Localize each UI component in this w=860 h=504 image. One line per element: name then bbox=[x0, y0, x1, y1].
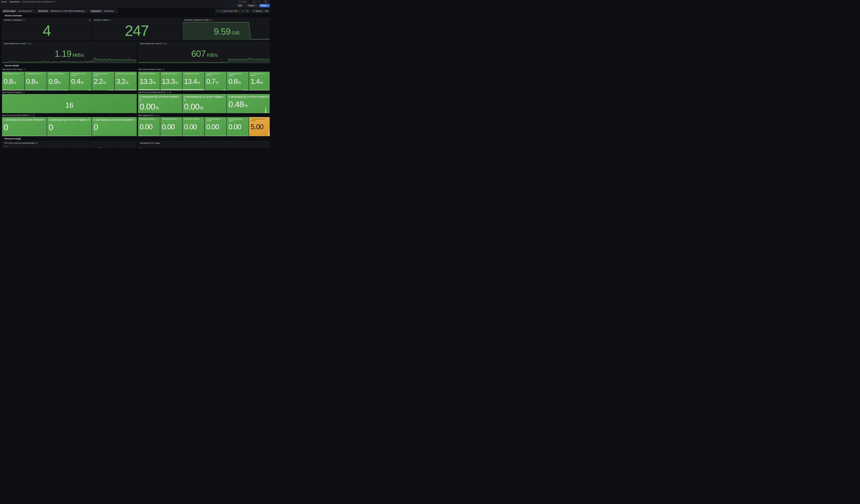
filter-value: 43693ed4-a71c-43fc-93f9-f04a0bd8ca91 bbox=[51, 10, 85, 12]
stat-tile[interactable]: c-siennaaws-bj-14-server-eatohcf-01.4% bbox=[249, 72, 270, 90]
panel-header[interactable]: Total data in MergeTree tables i bbox=[182, 18, 270, 22]
panel-title: Max Server Memory Usage bbox=[139, 68, 161, 70]
section-service-health[interactable]: ⌄ Service Health bbox=[2, 64, 19, 67]
stat-tile[interactable]: c-siennaaws-bj-14-server-t01bvk5-00.7% bbox=[205, 72, 227, 90]
tile-server-name: c-siennaaws-bj-14-server-mjbqbrz-0 bbox=[228, 73, 247, 77]
stat-tile[interactable]: c-siennaaws-bj-14-server-eatohcf-00.48% bbox=[227, 94, 270, 113]
panel-header[interactable]: Max Percent of Failed INSERTs i bbox=[2, 114, 34, 116]
add-new-button[interactable]: + ⌄ bbox=[259, 1, 261, 3]
tile-value: 0.00 bbox=[184, 123, 203, 131]
help-button[interactable]: ? bbox=[264, 1, 267, 3]
service-id-select[interactable]: 43693ed4-a71c-43fc-93f9-f04a0bd8ca91 ⌄ bbox=[49, 9, 88, 13]
time-range-picker[interactable]: ◷ Last 1 hour UTC ⌄ bbox=[219, 9, 241, 13]
panel-title: CPU Cores Used by Queries/Merges bbox=[4, 142, 35, 144]
tile-server-name: c-siennaaws-bj-14-server-mjbqbrz-0 bbox=[228, 118, 247, 122]
stat-tile[interactable]: c-siennaaws-bj-14-server-mjbqbrz-00.8% bbox=[227, 72, 249, 90]
search-input[interactable]: Search... ⌘+k bbox=[238, 0, 257, 3]
tile-sparkline bbox=[227, 106, 270, 113]
breadcrumb-home[interactable]: Home bbox=[1, 1, 6, 3]
time-series-chart[interactable] bbox=[143, 146, 269, 148]
stat-tile[interactable]: c-siennaaws-bj-14-keeper-20.00 bbox=[160, 117, 182, 136]
panel-header[interactable]: Max Server CPU Usage i bbox=[2, 68, 26, 70]
stat-tile[interactable]: c-siennaaws-bj-14-server-t01bvk5-00.00% bbox=[138, 94, 182, 113]
tile-server-name: c-siennaaws-bj-14-keeper-2 bbox=[162, 118, 181, 122]
time-series-chart[interactable] bbox=[12, 146, 135, 148]
share-button[interactable]: Share bbox=[259, 4, 270, 7]
stat-tile[interactable]: c-siennaaws-bj-14-keeper-20.8% bbox=[25, 72, 47, 90]
stat-tile[interactable]: c-siennaaws-bj-14-server-t01bvk5-00.4% bbox=[70, 72, 92, 90]
datasource-select[interactable]: prometheus ⌄ bbox=[102, 9, 118, 13]
filter-label: Service ID bbox=[37, 9, 49, 13]
tile-server-name: c-siennaaws-bj-14-keeper-1 bbox=[184, 73, 203, 77]
stat-value: 247 bbox=[125, 23, 148, 38]
section-service-overview[interactable]: ⌄ Service Overview bbox=[2, 14, 22, 17]
tile-sparkline bbox=[249, 129, 270, 136]
panel-links-icon[interactable] bbox=[36, 142, 38, 144]
stat-tile[interactable]: c-siennaaws-bj-14-keeper-213.3% bbox=[160, 72, 182, 90]
breadcrumb-dashboards[interactable]: Dashboards bbox=[10, 1, 19, 3]
chevron-down-icon: ⌄ bbox=[239, 10, 240, 12]
panel-header[interactable]: Max Percent of Failed SELECTs i bbox=[139, 91, 171, 93]
chevron-down-icon: ⌄ bbox=[33, 10, 34, 12]
tile-value: 0 bbox=[49, 123, 90, 132]
stat-tile[interactable]: c-siennaaws-bj-14-server-t01bvk5-00.00 bbox=[205, 117, 227, 136]
panel-header[interactable]: Normalized CPU usage bbox=[138, 141, 270, 145]
stat-tile[interactable]: c-siennaaws-bj-14-server-mjbqbrz-00.00% bbox=[183, 94, 227, 113]
stat-tile[interactable]: c-siennaaws-bj-14-keeper-113.4% bbox=[183, 72, 204, 90]
export-button[interactable]: Export ⌄ bbox=[247, 4, 258, 7]
panel-links-icon[interactable] bbox=[158, 115, 159, 116]
edit-button[interactable]: Edit bbox=[237, 4, 243, 7]
panel-header[interactable]: Max Server Memory Usage i bbox=[139, 68, 164, 70]
panel-header[interactable]: Number of databases i bbox=[2, 18, 91, 22]
tile-server-name: c-siennaaws-bj-14-server-t01bvk5-0 bbox=[4, 118, 45, 122]
service-name-select[interactable]: siennaaws-bj-14 ⌄ bbox=[17, 9, 36, 13]
stat-tile[interactable]: c-siennaaws-bj-14-server-t01bvk5-00 bbox=[2, 117, 47, 136]
stat-tile[interactable]: c-siennaaws-bj-14-keeper-10.00 bbox=[183, 117, 204, 136]
chevron-down-icon: ⌄ bbox=[260, 1, 261, 2]
tile-server-name: c-siennaaws-bj-14-server-t01bvk5-0 bbox=[206, 73, 225, 77]
time-shift-forward-button[interactable]: » bbox=[241, 9, 245, 13]
stat-tile[interactable]: c-siennaaws-bj-14-server-eatohcf-00 bbox=[92, 117, 137, 136]
variable-filters: Service Name siennaaws-bj-14 ⌄ Service I… bbox=[2, 9, 118, 13]
clock-icon: ◷ bbox=[221, 10, 223, 12]
star-favorite-button[interactable]: ☆ bbox=[231, 4, 233, 7]
dashboard-page: Home › Dashboards › Prom-Exporter Instan… bbox=[0, 0, 270, 148]
tile-sparkline bbox=[205, 89, 227, 90]
filter-datasource: datasource prometheus ⌄ bbox=[89, 9, 118, 13]
panel-links-icon[interactable] bbox=[33, 115, 34, 116]
panel-header[interactable]: Number of tables i bbox=[92, 18, 181, 22]
max-parts-tile[interactable]: 16 bbox=[2, 94, 137, 113]
panel-header[interactable]: Max Parts Per Partition i bbox=[2, 91, 25, 93]
export-label: Export bbox=[249, 4, 254, 6]
tile-sparkline bbox=[205, 136, 227, 136]
refresh-interval-select[interactable]: 30s bbox=[264, 9, 270, 13]
stat-tile[interactable]: c-siennaaws-bj-14-server-mjbqbrz-00.00 bbox=[227, 117, 249, 136]
stat-tile[interactable]: c-siennaaws-bj-14-keeper-013.3% bbox=[138, 72, 160, 90]
timezone-label: UTC bbox=[234, 10, 238, 12]
panel-title: Max Server CPU Usage bbox=[2, 68, 23, 70]
time-range-label: Last 1 hour bbox=[224, 10, 233, 12]
panel-header[interactable]: CPU Cores Used by Queries/Merges bbox=[2, 141, 137, 145]
panel-header[interactable]: Max logged errors i bbox=[139, 114, 159, 116]
section-resource-usage[interactable]: ⌄ Resource Usage bbox=[2, 137, 21, 140]
breadcrumb-separator-icon: › bbox=[21, 1, 22, 3]
tile-sparkline bbox=[183, 89, 204, 90]
tile-sparkline bbox=[227, 136, 249, 136]
refresh-button[interactable]: ⟳ Refresh bbox=[252, 9, 264, 13]
stat-tile[interactable]: c-siennaaws-bj-14-keeper-00.8% bbox=[2, 72, 24, 90]
stat-tile[interactable]: c-siennaaws-bj-14-keeper-10.9% bbox=[47, 72, 69, 90]
time-shift-back-button[interactable]: « bbox=[216, 9, 219, 13]
tile-server-name: c-siennaaws-bj-14-keeper-1 bbox=[184, 118, 203, 122]
panel-links-icon[interactable] bbox=[169, 91, 171, 93]
stat-tile[interactable]: c-siennaaws-bj-14-server-eatohcf-05.00 bbox=[249, 117, 270, 136]
stat-tile[interactable]: c-siennaaws-bj-14-server-mjbqbrz-00 bbox=[47, 117, 92, 136]
tile-server-name: c-siennaaws-bj-14-server-t01bvk5-0 bbox=[71, 73, 90, 77]
stat-tile[interactable]: c-siennaaws-bj-14-server-mjbqbrz-02.2% bbox=[92, 72, 114, 90]
tile-sparkline bbox=[2, 136, 47, 136]
dashboard-action-bar: ☆ Edit Export ⌄ Share bbox=[0, 3, 270, 8]
cpu-usage-tiles: c-siennaaws-bj-14-keeper-00.8%c-siennaaw… bbox=[2, 72, 137, 90]
tile-value: 0.00% bbox=[184, 103, 225, 111]
zoom-out-button[interactable] bbox=[245, 9, 250, 13]
stat-tile[interactable]: c-siennaaws-bj-14-server-eatohcf-03.2% bbox=[115, 72, 137, 90]
stat-tile[interactable]: c-siennaaws-bj-14-keeper-00.00 bbox=[138, 117, 160, 136]
